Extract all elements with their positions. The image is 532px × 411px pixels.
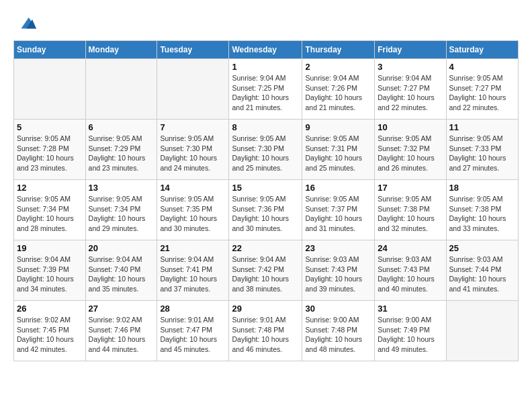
calendar-week-row: 5Sunrise: 9:05 AM Sunset: 7:28 PM Daylig… <box>14 120 519 180</box>
calendar-week-row: 1Sunrise: 9:04 AM Sunset: 7:25 PM Daylig… <box>14 59 519 120</box>
day-number: 17 <box>378 183 443 193</box>
day-info: Sunrise: 9:04 AM Sunset: 7:42 PM Dayligh… <box>232 255 299 294</box>
calendar-cell: 2Sunrise: 9:04 AM Sunset: 7:26 PM Daylig… <box>302 59 375 120</box>
calendar-cell: 31Sunrise: 9:00 AM Sunset: 7:49 PM Dayli… <box>375 301 446 361</box>
calendar-cell <box>14 59 86 120</box>
weekday-header-friday: Friday <box>375 41 446 59</box>
day-info: Sunrise: 9:02 AM Sunset: 7:45 PM Dayligh… <box>17 315 83 355</box>
calendar-cell <box>157 59 229 120</box>
day-info: Sunrise: 9:05 AM Sunset: 7:37 PM Dayligh… <box>305 194 371 234</box>
day-number: 14 <box>160 183 226 193</box>
calendar-cell: 20Sunrise: 9:04 AM Sunset: 7:40 PM Dayli… <box>85 240 157 301</box>
day-number: 21 <box>160 243 226 253</box>
calendar-week-row: 26Sunrise: 9:02 AM Sunset: 7:45 PM Dayli… <box>14 301 519 361</box>
day-number: 15 <box>232 183 299 193</box>
calendar-table: SundayMondayTuesdayWednesdayThursdayFrid… <box>13 40 519 361</box>
day-info: Sunrise: 9:05 AM Sunset: 7:33 PM Dayligh… <box>449 134 515 173</box>
day-number: 18 <box>449 183 515 193</box>
calendar-cell: 25Sunrise: 9:03 AM Sunset: 7:44 PM Dayli… <box>446 240 518 301</box>
day-info: Sunrise: 9:05 AM Sunset: 7:31 PM Dayligh… <box>305 134 371 173</box>
day-number: 13 <box>89 183 154 193</box>
weekday-header-monday: Monday <box>85 41 157 59</box>
day-number: 8 <box>232 122 299 132</box>
day-info: Sunrise: 9:00 AM Sunset: 7:48 PM Dayligh… <box>305 315 371 355</box>
day-info: Sunrise: 9:05 AM Sunset: 7:27 PM Dayligh… <box>449 73 515 113</box>
day-info: Sunrise: 9:05 AM Sunset: 7:28 PM Dayligh… <box>17 134 83 173</box>
calendar-cell: 26Sunrise: 9:02 AM Sunset: 7:45 PM Dayli… <box>14 301 86 361</box>
day-info: Sunrise: 9:05 AM Sunset: 7:38 PM Dayligh… <box>449 194 515 234</box>
calendar-week-row: 19Sunrise: 9:04 AM Sunset: 7:39 PM Dayli… <box>14 240 519 301</box>
weekday-header-wednesday: Wednesday <box>229 41 302 59</box>
calendar-cell: 10Sunrise: 9:05 AM Sunset: 7:32 PM Dayli… <box>375 120 446 180</box>
calendar-cell: 1Sunrise: 9:04 AM Sunset: 7:25 PM Daylig… <box>229 59 302 120</box>
calendar-cell: 14Sunrise: 9:05 AM Sunset: 7:35 PM Dayli… <box>157 180 229 240</box>
calendar-cell: 3Sunrise: 9:04 AM Sunset: 7:27 PM Daylig… <box>375 59 446 120</box>
calendar-cell: 17Sunrise: 9:05 AM Sunset: 7:38 PM Dayli… <box>375 180 446 240</box>
calendar-cell: 4Sunrise: 9:05 AM Sunset: 7:27 PM Daylig… <box>446 59 518 120</box>
day-info: Sunrise: 9:04 AM Sunset: 7:41 PM Dayligh… <box>160 255 226 294</box>
day-number: 5 <box>17 122 83 132</box>
day-number: 30 <box>305 304 371 314</box>
day-info: Sunrise: 9:05 AM Sunset: 7:29 PM Dayligh… <box>89 134 154 173</box>
day-info: Sunrise: 9:03 AM Sunset: 7:43 PM Dayligh… <box>305 255 371 294</box>
calendar-cell: 11Sunrise: 9:05 AM Sunset: 7:33 PM Dayli… <box>446 120 518 180</box>
calendar-cell: 6Sunrise: 9:05 AM Sunset: 7:29 PM Daylig… <box>85 120 157 180</box>
day-info: Sunrise: 9:04 AM Sunset: 7:39 PM Dayligh… <box>17 255 83 294</box>
calendar-cell: 15Sunrise: 9:05 AM Sunset: 7:36 PM Dayli… <box>229 180 302 240</box>
weekday-header-thursday: Thursday <box>302 41 375 59</box>
calendar-cell: 22Sunrise: 9:04 AM Sunset: 7:42 PM Dayli… <box>229 240 302 301</box>
calendar-cell: 28Sunrise: 9:01 AM Sunset: 7:47 PM Dayli… <box>157 301 229 361</box>
calendar-cell: 29Sunrise: 9:01 AM Sunset: 7:48 PM Dayli… <box>229 301 302 361</box>
calendar-cell: 16Sunrise: 9:05 AM Sunset: 7:37 PM Dayli… <box>302 180 375 240</box>
day-info: Sunrise: 9:04 AM Sunset: 7:25 PM Dayligh… <box>232 73 299 113</box>
day-info: Sunrise: 9:01 AM Sunset: 7:47 PM Dayligh… <box>160 315 226 355</box>
day-info: Sunrise: 9:04 AM Sunset: 7:26 PM Dayligh… <box>305 73 371 113</box>
day-number: 23 <box>305 243 371 253</box>
weekday-header-row: SundayMondayTuesdayWednesdayThursdayFrid… <box>14 41 519 59</box>
calendar-cell: 9Sunrise: 9:05 AM Sunset: 7:31 PM Daylig… <box>302 120 375 180</box>
day-info: Sunrise: 9:03 AM Sunset: 7:44 PM Dayligh… <box>449 255 515 294</box>
day-info: Sunrise: 9:05 AM Sunset: 7:38 PM Dayligh… <box>378 194 443 234</box>
day-info: Sunrise: 9:04 AM Sunset: 7:40 PM Dayligh… <box>89 255 154 294</box>
day-number: 29 <box>232 304 299 314</box>
calendar-cell: 24Sunrise: 9:03 AM Sunset: 7:43 PM Dayli… <box>375 240 446 301</box>
day-info: Sunrise: 9:05 AM Sunset: 7:30 PM Dayligh… <box>232 134 299 173</box>
calendar-cell: 27Sunrise: 9:02 AM Sunset: 7:46 PM Dayli… <box>85 301 157 361</box>
logo-icon <box>16 13 36 34</box>
calendar-cell: 19Sunrise: 9:04 AM Sunset: 7:39 PM Dayli… <box>14 240 86 301</box>
day-info: Sunrise: 9:04 AM Sunset: 7:27 PM Dayligh… <box>378 73 443 113</box>
day-number: 28 <box>160 304 226 314</box>
day-info: Sunrise: 9:05 AM Sunset: 7:30 PM Dayligh… <box>160 134 226 173</box>
day-number: 2 <box>305 62 371 72</box>
day-number: 6 <box>89 122 154 132</box>
day-number: 10 <box>378 122 443 132</box>
day-number: 1 <box>232 62 299 72</box>
weekday-header-saturday: Saturday <box>446 41 518 59</box>
calendar-cell: 18Sunrise: 9:05 AM Sunset: 7:38 PM Dayli… <box>446 180 518 240</box>
day-info: Sunrise: 9:02 AM Sunset: 7:46 PM Dayligh… <box>89 315 154 355</box>
day-info: Sunrise: 9:05 AM Sunset: 7:36 PM Dayligh… <box>232 194 299 234</box>
day-info: Sunrise: 9:05 AM Sunset: 7:34 PM Dayligh… <box>89 194 154 234</box>
day-number: 25 <box>449 243 515 253</box>
calendar-cell <box>85 59 157 120</box>
day-number: 20 <box>89 243 154 253</box>
day-number: 27 <box>89 304 154 314</box>
weekday-header-sunday: Sunday <box>14 41 86 59</box>
day-number: 16 <box>305 183 371 193</box>
calendar-cell: 8Sunrise: 9:05 AM Sunset: 7:30 PM Daylig… <box>229 120 302 180</box>
day-number: 11 <box>449 122 515 132</box>
calendar-cell: 30Sunrise: 9:00 AM Sunset: 7:48 PM Dayli… <box>302 301 375 361</box>
day-info: Sunrise: 9:05 AM Sunset: 7:34 PM Dayligh… <box>17 194 83 234</box>
day-info: Sunrise: 9:05 AM Sunset: 7:35 PM Dayligh… <box>160 194 226 234</box>
calendar-cell: 23Sunrise: 9:03 AM Sunset: 7:43 PM Dayli… <box>302 240 375 301</box>
day-info: Sunrise: 9:03 AM Sunset: 7:43 PM Dayligh… <box>378 255 443 294</box>
day-number: 22 <box>232 243 299 253</box>
day-number: 12 <box>17 183 83 193</box>
day-number: 3 <box>378 62 443 72</box>
day-number: 31 <box>378 304 443 314</box>
weekday-header-tuesday: Tuesday <box>157 41 229 59</box>
calendar-cell: 5Sunrise: 9:05 AM Sunset: 7:28 PM Daylig… <box>14 120 86 180</box>
day-info: Sunrise: 9:01 AM Sunset: 7:48 PM Dayligh… <box>232 315 299 355</box>
calendar-cell <box>446 301 518 361</box>
calendar-week-row: 12Sunrise: 9:05 AM Sunset: 7:34 PM Dayli… <box>14 180 519 240</box>
